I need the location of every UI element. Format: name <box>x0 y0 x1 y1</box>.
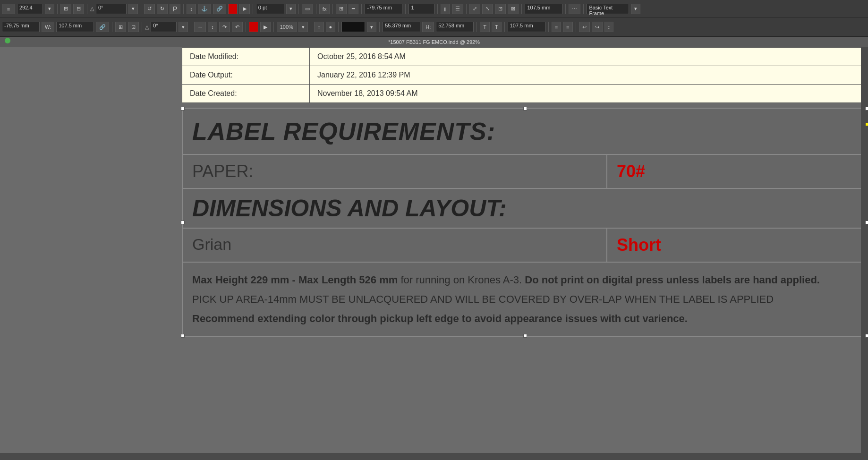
align3-btn[interactable]: ≡ <box>563 22 572 32</box>
pages-btn[interactable]: ≡ <box>2 4 15 14</box>
scrollbar-bottom[interactable] <box>0 453 861 460</box>
paper-row: PAPER: 70# <box>183 155 867 189</box>
zoom-input[interactable]: 292.4 <box>17 4 43 14</box>
paper-label: PAPER: <box>183 155 607 188</box>
line-btn[interactable]: ━ <box>349 4 358 14</box>
max-height-text: Max Height 229 mm <box>192 274 289 286</box>
sep16 <box>112 22 112 32</box>
cols-btn[interactable]: ⫿ <box>441 4 450 14</box>
frame-btn[interactable]: ▭ <box>302 4 313 14</box>
toolbar: ≡ 292.4 ▾ ⊞ ⊟ △ 0° ▾ ↺ ↻ P ↕ ⚓ 🔗 ▶ 0 pt … <box>0 0 868 37</box>
scale-icons[interactable]: ⊞ <box>115 22 126 32</box>
rotate-ccw[interactable]: ↶ <box>232 22 243 32</box>
zoom2-dropdown[interactable]: ▾ <box>298 22 308 32</box>
sep11 <box>437 4 438 14</box>
toolbar-row2: -79.75 mm W: 107.5 mm 🔗 ⊞ ⊡ △ 0° ▾ ↔ ↕ ↷… <box>0 18 868 36</box>
measure4-input[interactable]: 107.5 mm <box>508 22 545 32</box>
undo-btn[interactable]: ↺ <box>144 4 155 14</box>
short-value: Short <box>607 229 867 262</box>
offset-dropdown[interactable]: ▾ <box>286 4 296 14</box>
measure1-input[interactable]: -79.75 mm <box>365 4 402 14</box>
y-input[interactable]: 55.379 mm <box>383 22 420 32</box>
w-input[interactable]: 107.5 mm <box>56 22 94 32</box>
link3-btn[interactable]: ↕ <box>604 22 614 32</box>
flip-v[interactable]: ↕ <box>208 22 217 32</box>
paper-value: 70# <box>607 155 867 188</box>
text-btn[interactable]: T <box>480 22 490 32</box>
measure3-input[interactable]: 107.5 mm <box>525 4 562 14</box>
date-created-value: November 18, 2013 09:54 AM <box>310 85 868 103</box>
red-btn[interactable] <box>228 4 238 14</box>
align2-btn[interactable]: ≡ <box>552 22 561 32</box>
chain-btn[interactable]: 🔗 <box>213 4 226 14</box>
document-content: Date Modified: October 25, 2016 8:54 AM … <box>182 47 868 337</box>
swatch-dropdown[interactable]: ▾ <box>367 22 376 32</box>
zoom-dropdown[interactable]: ▾ <box>45 4 54 14</box>
sep17 <box>142 22 142 32</box>
table-row: Date Modified: October 25, 2016 8:54 AM <box>182 48 868 66</box>
text2-btn[interactable]: T <box>492 22 502 32</box>
rows-btn[interactable]: ☰ <box>452 4 463 14</box>
sep21 <box>311 22 311 32</box>
link1-btn[interactable]: ↩ <box>579 22 590 32</box>
expand-btn[interactable]: ⤢ <box>469 4 480 14</box>
sep1 <box>57 4 58 14</box>
more-btn[interactable]: ⋯ <box>569 4 580 14</box>
dot-btn[interactable]: ● <box>326 22 336 32</box>
circle-btn[interactable]: ○ <box>314 22 324 32</box>
krones-text: for running on Krones A-3. <box>400 274 525 286</box>
sep9 <box>361 4 362 14</box>
sep4 <box>183 4 184 14</box>
date-output-label: Date Output: <box>182 66 310 85</box>
sep8 <box>332 4 333 14</box>
align-btn[interactable]: ⊟ <box>73 4 84 14</box>
handle-ml <box>181 221 185 224</box>
canvas-area: Date Modified: October 25, 2016 8:54 AM … <box>0 47 868 460</box>
shear-icon: △ <box>145 24 149 30</box>
handle-tl <box>181 107 185 111</box>
h-input[interactable]: 52.758 mm <box>436 22 474 32</box>
style-input[interactable]: Basic Text Frame <box>587 4 629 14</box>
anchor-btn[interactable]: ⚓ <box>198 4 211 14</box>
x-label: △ <box>90 6 94 12</box>
dist-btn[interactable]: ⊠ <box>508 4 519 14</box>
pen-btn[interactable]: P <box>170 4 180 14</box>
fx-btn[interactable]: fx <box>319 4 330 14</box>
link2-btn[interactable]: ↪ <box>592 22 603 32</box>
style-dropdown[interactable]: ▾ <box>631 4 640 14</box>
max-length-text: - Max Length 526 mm <box>292 274 398 286</box>
red-btn2[interactable] <box>249 22 258 32</box>
sep23 <box>379 22 380 32</box>
x-input[interactable]: -79.75 mm <box>2 22 40 32</box>
notes-text: Max Height 229 mm - Max Length 526 mm fo… <box>192 272 858 326</box>
rot1-dropdown[interactable]: ▾ <box>128 4 138 14</box>
x-chain[interactable]: W: <box>42 22 54 32</box>
rotate2-input[interactable]: 0° <box>151 22 177 32</box>
sep25 <box>504 22 505 32</box>
flip-h[interactable]: ↔ <box>194 22 206 32</box>
rotate-cw[interactable]: ↷ <box>219 22 230 32</box>
scale2-btn[interactable]: ⊡ <box>128 22 139 32</box>
dimensions-title: DIMENSIONS AND LAYOUT: <box>192 195 507 221</box>
sep27 <box>576 22 576 32</box>
label-requirements-header: LABEL REQUIREMENTS: <box>183 109 867 155</box>
zoom2-btn[interactable]: 100% <box>277 22 297 32</box>
redo-btn[interactable]: ↻ <box>157 4 168 14</box>
fill-btn[interactable]: ⊡ <box>495 4 506 14</box>
measure2-input[interactable]: 1 <box>408 4 434 14</box>
rotate1-input[interactable]: 0° <box>96 4 127 14</box>
sep19 <box>246 22 246 32</box>
rot2-dropdown[interactable]: ▾ <box>179 22 188 32</box>
grid-btn[interactable]: ⊞ <box>336 4 347 14</box>
shrink-btn[interactable]: ⤡ <box>482 4 493 14</box>
offset-input[interactable]: 0 pt <box>256 4 284 14</box>
swatch[interactable] <box>341 22 365 32</box>
no-digital-text: Do not print on digital press unless lab… <box>525 274 820 286</box>
traffic-light-green[interactable] <box>5 38 10 43</box>
arrow-btn[interactable]: ↕ <box>187 4 196 14</box>
label-requirements-title: LABEL REQUIREMENTS: <box>192 118 495 145</box>
chain2-btn[interactable]: 🔗 <box>96 22 109 32</box>
play2-btn[interactable]: ▶ <box>260 22 271 32</box>
transform-btn[interactable]: ⊞ <box>60 4 71 14</box>
play-btn[interactable]: ▶ <box>239 4 250 14</box>
